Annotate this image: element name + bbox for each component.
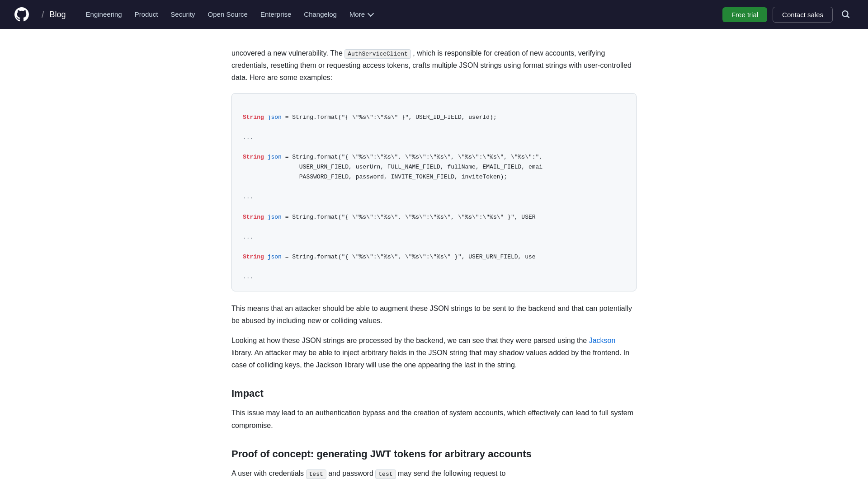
free-trial-button[interactable]: Free trial [722,7,767,22]
nav-open-source[interactable]: Open Source [203,5,253,23]
para2-prefix: Looking at how these JSON strings are pr… [231,337,587,344]
nav-changelog[interactable]: Changelog [298,5,342,23]
para2-suffix: library. An attacker may be able to inje… [231,349,629,369]
search-button[interactable] [838,7,854,22]
nav-more[interactable]: More [344,5,378,23]
contact-sales-button[interactable]: Contact sales [773,7,833,23]
code-block-container: String json = String.format("{ \"%s\":\"… [231,93,637,292]
proof-suffix-text: may send the following request to [398,469,505,477]
nav-enterprise[interactable]: Enterprise [255,5,297,23]
jackson-link[interactable]: Jackson [589,337,616,344]
navigation: / Blog Engineering Product Security Open… [0,0,868,29]
content-area: uncovered a new vulnerability. The AuthS… [217,29,651,488]
chevron-down-icon [368,10,374,17]
proof-paragraph: A user with credentials test and passwor… [231,467,637,479]
nav-actions: Free trial Contact sales [722,7,854,23]
intro-text-1: uncovered a new vulnerability. The [231,49,343,57]
nav-product[interactable]: Product [129,5,164,23]
github-logo-link[interactable] [14,7,29,22]
auth-service-client-code: AuthServiceClient [344,49,411,59]
paragraph-1: This means that an attacker should be ab… [231,302,637,327]
nav-security[interactable]: Security [165,5,200,23]
proof-code-2: test [375,469,396,479]
logo-separator: / [42,7,44,22]
page-wrapper: uncovered a new vulnerability. The AuthS… [0,0,868,488]
proof-code-1: test [306,469,326,479]
blog-label: Blog [50,8,66,21]
intro-paragraph: uncovered a new vulnerability. The AuthS… [231,47,637,84]
proof-prefix: A user with credentials [231,469,304,477]
nav-engineering[interactable]: Engineering [80,5,127,23]
nav-links: Engineering Product Security Open Source… [80,5,719,23]
paragraph-2: Looking at how these JSON strings are pr… [231,334,637,371]
impact-heading: Impact [231,385,637,401]
article-body: uncovered a new vulnerability. The AuthS… [231,47,637,479]
code-block: String json = String.format("{ \"%s\":\"… [243,103,625,282]
github-logo-icon [14,7,29,22]
search-icon [842,10,850,19]
impact-text: This issue may lead to an authentication… [231,407,637,431]
proof-heading: Proof of concept: generating JWT tokens … [231,446,637,462]
proof-middle-text: and password [328,469,373,477]
